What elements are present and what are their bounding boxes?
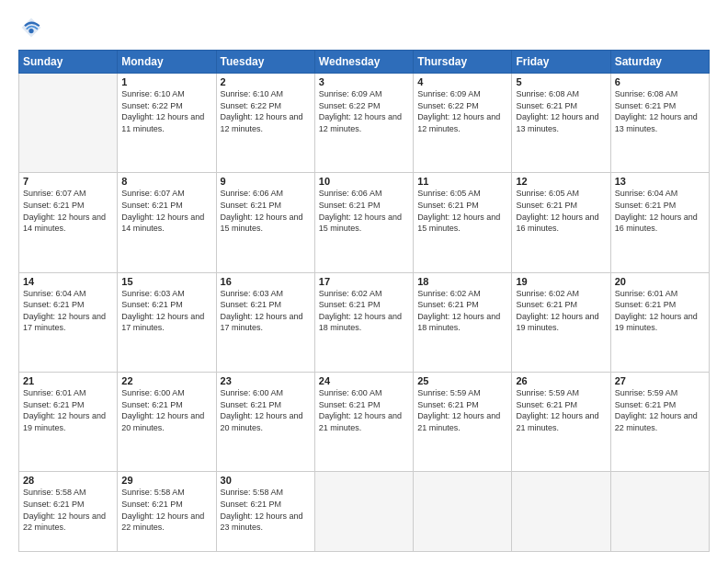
- day-number: 16: [221, 276, 311, 287]
- day-info: Sunrise: 5:58 AM Sunset: 6:21 PM Dayligh…: [221, 487, 311, 533]
- day-info: Sunrise: 6:04 AM Sunset: 6:21 PM Dayligh…: [615, 188, 705, 234]
- day-info: Sunrise: 6:06 AM Sunset: 6:21 PM Dayligh…: [221, 188, 311, 234]
- calendar-day-cell: 28 Sunrise: 5:58 AM Sunset: 6:21 PM Dayl…: [19, 472, 118, 552]
- calendar-day-cell: 23 Sunrise: 6:00 AM Sunset: 6:21 PM Dayl…: [216, 372, 314, 471]
- day-info: Sunrise: 6:02 AM Sunset: 6:21 PM Dayligh…: [417, 288, 507, 334]
- day-number: 17: [319, 276, 409, 287]
- day-info: Sunrise: 6:07 AM Sunset: 6:21 PM Dayligh…: [23, 188, 113, 234]
- calendar-day-cell: 29 Sunrise: 5:58 AM Sunset: 6:21 PM Dayl…: [118, 472, 216, 552]
- calendar-header-row: SundayMondayTuesdayWednesdayThursdayFrid…: [19, 51, 710, 74]
- day-info: Sunrise: 6:08 AM Sunset: 6:21 PM Dayligh…: [516, 88, 606, 134]
- calendar-day-cell: 7 Sunrise: 6:07 AM Sunset: 6:21 PM Dayli…: [19, 173, 118, 272]
- day-info: Sunrise: 5:59 AM Sunset: 6:21 PM Dayligh…: [615, 387, 705, 433]
- calendar-day-cell: 20 Sunrise: 6:01 AM Sunset: 6:21 PM Dayl…: [610, 272, 709, 372]
- day-number: 24: [319, 375, 409, 386]
- day-number: 10: [319, 176, 409, 187]
- day-info: Sunrise: 6:04 AM Sunset: 6:21 PM Dayligh…: [23, 288, 113, 334]
- day-info: Sunrise: 6:08 AM Sunset: 6:21 PM Dayligh…: [615, 88, 705, 134]
- calendar-day-cell: 5 Sunrise: 6:08 AM Sunset: 6:21 PM Dayli…: [512, 74, 610, 173]
- day-info: Sunrise: 6:01 AM Sunset: 6:21 PM Dayligh…: [615, 288, 705, 334]
- day-number: 2: [221, 76, 311, 87]
- svg-point-1: [28, 29, 33, 33]
- calendar-day-cell: 12 Sunrise: 6:05 AM Sunset: 6:21 PM Dayl…: [512, 173, 610, 272]
- day-info: Sunrise: 5:59 AM Sunset: 6:21 PM Dayligh…: [417, 387, 507, 433]
- day-number: 25: [417, 375, 507, 386]
- calendar-week-row: 28 Sunrise: 5:58 AM Sunset: 6:21 PM Dayl…: [19, 472, 710, 552]
- day-number: 5: [516, 76, 606, 87]
- calendar-day-cell: 26 Sunrise: 5:59 AM Sunset: 6:21 PM Dayl…: [512, 372, 610, 471]
- calendar-day-cell: [314, 472, 413, 552]
- calendar-day-cell: 3 Sunrise: 6:09 AM Sunset: 6:22 PM Dayli…: [314, 74, 413, 173]
- day-info: Sunrise: 6:10 AM Sunset: 6:22 PM Dayligh…: [221, 88, 311, 134]
- calendar-day-cell: 2 Sunrise: 6:10 AM Sunset: 6:22 PM Dayli…: [216, 74, 314, 173]
- day-number: 18: [417, 276, 507, 287]
- calendar-day-cell: 21 Sunrise: 6:01 AM Sunset: 6:21 PM Dayl…: [19, 372, 118, 471]
- calendar-day-cell: [19, 74, 118, 173]
- day-info: Sunrise: 6:07 AM Sunset: 6:21 PM Dayligh…: [121, 188, 211, 234]
- calendar-day-cell: 25 Sunrise: 5:59 AM Sunset: 6:21 PM Dayl…: [414, 372, 512, 471]
- calendar-day-cell: 13 Sunrise: 6:04 AM Sunset: 6:21 PM Dayl…: [610, 173, 709, 272]
- day-number: 20: [615, 276, 705, 287]
- day-number: 29: [121, 475, 211, 486]
- day-number: 28: [23, 475, 113, 486]
- day-number: 6: [615, 76, 705, 87]
- calendar-day-cell: [610, 472, 709, 552]
- day-number: 3: [319, 76, 409, 87]
- day-info: Sunrise: 5:59 AM Sunset: 6:21 PM Dayligh…: [516, 387, 606, 433]
- day-number: 19: [516, 276, 606, 287]
- calendar-week-row: 7 Sunrise: 6:07 AM Sunset: 6:21 PM Dayli…: [19, 173, 710, 272]
- day-info: Sunrise: 6:10 AM Sunset: 6:22 PM Dayligh…: [121, 88, 211, 134]
- day-info: Sunrise: 6:02 AM Sunset: 6:21 PM Dayligh…: [319, 288, 409, 334]
- day-number: 1: [121, 76, 211, 87]
- calendar-day-cell: 19 Sunrise: 6:02 AM Sunset: 6:21 PM Dayl…: [512, 272, 610, 372]
- calendar-week-row: 14 Sunrise: 6:04 AM Sunset: 6:21 PM Dayl…: [19, 272, 710, 372]
- calendar-day-cell: 22 Sunrise: 6:00 AM Sunset: 6:21 PM Dayl…: [118, 372, 216, 471]
- day-number: 22: [121, 375, 211, 386]
- day-info: Sunrise: 5:58 AM Sunset: 6:21 PM Dayligh…: [23, 487, 113, 533]
- day-number: 11: [417, 176, 507, 187]
- calendar-header-cell: Sunday: [19, 51, 118, 74]
- logo-icon: [18, 15, 44, 40]
- day-info: Sunrise: 6:05 AM Sunset: 6:21 PM Dayligh…: [417, 188, 507, 234]
- calendar-day-cell: [512, 472, 610, 552]
- day-info: Sunrise: 6:00 AM Sunset: 6:21 PM Dayligh…: [319, 387, 409, 433]
- calendar-header-cell: Friday: [512, 51, 610, 74]
- calendar-day-cell: 24 Sunrise: 6:00 AM Sunset: 6:21 PM Dayl…: [314, 372, 413, 471]
- calendar-day-cell: 15 Sunrise: 6:03 AM Sunset: 6:21 PM Dayl…: [118, 272, 216, 372]
- day-info: Sunrise: 6:00 AM Sunset: 6:21 PM Dayligh…: [221, 387, 311, 433]
- day-info: Sunrise: 6:00 AM Sunset: 6:21 PM Dayligh…: [121, 387, 211, 433]
- calendar-week-row: 1 Sunrise: 6:10 AM Sunset: 6:22 PM Dayli…: [19, 74, 710, 173]
- calendar-day-cell: 18 Sunrise: 6:02 AM Sunset: 6:21 PM Dayl…: [414, 272, 512, 372]
- calendar-week-row: 21 Sunrise: 6:01 AM Sunset: 6:21 PM Dayl…: [19, 372, 710, 471]
- calendar-day-cell: 16 Sunrise: 6:03 AM Sunset: 6:21 PM Dayl…: [216, 272, 314, 372]
- page: SundayMondayTuesdayWednesdayThursdayFrid…: [0, 0, 728, 563]
- day-info: Sunrise: 6:06 AM Sunset: 6:21 PM Dayligh…: [319, 188, 409, 234]
- day-info: Sunrise: 6:01 AM Sunset: 6:21 PM Dayligh…: [23, 387, 113, 433]
- day-number: 14: [23, 276, 113, 287]
- day-info: Sunrise: 6:02 AM Sunset: 6:21 PM Dayligh…: [516, 288, 606, 334]
- calendar-day-cell: 4 Sunrise: 6:09 AM Sunset: 6:22 PM Dayli…: [414, 74, 512, 173]
- calendar-day-cell: 11 Sunrise: 6:05 AM Sunset: 6:21 PM Dayl…: [414, 173, 512, 272]
- calendar-header-cell: Saturday: [610, 51, 709, 74]
- day-info: Sunrise: 6:03 AM Sunset: 6:21 PM Dayligh…: [121, 288, 211, 334]
- header: [18, 15, 710, 40]
- logo: [18, 15, 48, 40]
- calendar-header-cell: Monday: [118, 51, 216, 74]
- day-number: 15: [121, 276, 211, 287]
- day-number: 4: [417, 76, 507, 87]
- day-number: 30: [221, 475, 311, 486]
- calendar-day-cell: 27 Sunrise: 5:59 AM Sunset: 6:21 PM Dayl…: [610, 372, 709, 471]
- calendar-header-cell: Thursday: [414, 51, 512, 74]
- calendar-day-cell: 6 Sunrise: 6:08 AM Sunset: 6:21 PM Dayli…: [610, 74, 709, 173]
- day-number: 12: [516, 176, 606, 187]
- day-info: Sunrise: 6:05 AM Sunset: 6:21 PM Dayligh…: [516, 188, 606, 234]
- day-number: 21: [23, 375, 113, 386]
- calendar-table: SundayMondayTuesdayWednesdayThursdayFrid…: [18, 50, 710, 552]
- calendar-day-cell: 30 Sunrise: 5:58 AM Sunset: 6:21 PM Dayl…: [216, 472, 314, 552]
- calendar-day-cell: 8 Sunrise: 6:07 AM Sunset: 6:21 PM Dayli…: [118, 173, 216, 272]
- calendar-header-cell: Wednesday: [314, 51, 413, 74]
- calendar-day-cell: 14 Sunrise: 6:04 AM Sunset: 6:21 PM Dayl…: [19, 272, 118, 372]
- svg-marker-0: [22, 18, 41, 38]
- calendar-body: 1 Sunrise: 6:10 AM Sunset: 6:22 PM Dayli…: [19, 74, 710, 552]
- calendar-day-cell: 17 Sunrise: 6:02 AM Sunset: 6:21 PM Dayl…: [314, 272, 413, 372]
